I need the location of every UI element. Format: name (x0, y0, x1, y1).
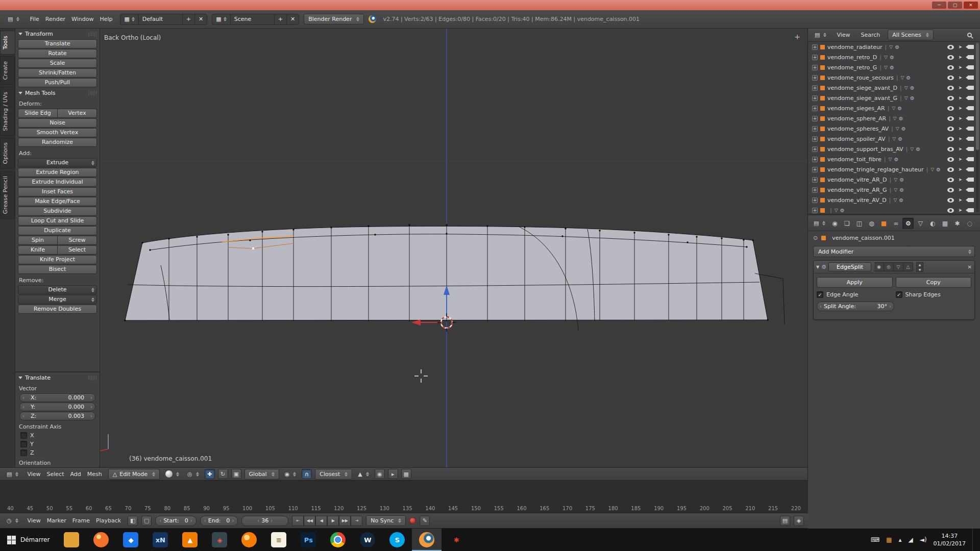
expand-icon[interactable]: + (812, 95, 818, 101)
render-camera-icon[interactable] (968, 208, 974, 212)
expand-icon[interactable]: + (812, 136, 818, 142)
window-close-button[interactable]: ✕ (964, 2, 978, 9)
render-camera-icon[interactable] (968, 167, 974, 171)
proportional-editing-dropdown[interactable]: ◉ (282, 470, 299, 479)
visibility-eye-icon[interactable] (947, 157, 954, 162)
render-camera-icon[interactable] (968, 45, 974, 49)
object-name[interactable]: vendome_sieges_AR (827, 105, 885, 112)
selectability-arrow-icon[interactable]: ➤ (958, 157, 962, 162)
axis-checkbox[interactable] (20, 449, 27, 456)
mesh-data-icon[interactable]: ▽ (892, 136, 896, 141)
wrench-icon[interactable]: ⚙ (895, 44, 899, 50)
outliner-row[interactable]: + vendome_retro_D | ▽ ⚙ ➤ (808, 52, 980, 62)
wrench-icon[interactable]: ⚙ (910, 85, 915, 91)
selectability-arrow-icon[interactable]: ➤ (958, 177, 962, 182)
outliner-scrollbar[interactable] (976, 43, 979, 212)
expand-region-button[interactable]: + (794, 33, 800, 41)
sharp-edges-checkbox[interactable] (896, 291, 902, 298)
tool-button[interactable]: Bisect (18, 265, 97, 274)
xnview-icon[interactable]: xN (145, 529, 175, 551)
scene-name[interactable]: Scene (231, 14, 275, 24)
selectability-arrow-icon[interactable]: ➤ (958, 55, 962, 60)
render-camera-icon[interactable] (968, 157, 974, 161)
outliner-search-menu[interactable]: Search (858, 30, 884, 40)
selectability-arrow-icon[interactable]: ➤ (958, 167, 962, 172)
volume-tray-icon[interactable]: ◄) (920, 536, 927, 543)
expand-icon[interactable]: + (812, 177, 818, 183)
vlc-icon[interactable]: ▲ (175, 529, 205, 551)
render-engine-dropdown[interactable]: Blender Render (304, 14, 364, 24)
wrench-icon[interactable]: ⚙ (910, 95, 915, 101)
outliner-row[interactable]: + vendome_vitre_AV_D | ▽ ⚙ ➤ (808, 195, 980, 205)
outliner-row[interactable]: + vendome_support_bras_AV | ▽ ⚙ ➤ (808, 144, 980, 154)
render-camera-icon[interactable] (968, 188, 974, 192)
menu-item[interactable]: View (24, 516, 44, 525)
layout-browse-icon[interactable]: ▦ (120, 14, 138, 24)
outliner-row[interactable]: + | ▽ ⚙ ➤ (808, 205, 980, 215)
tool-button[interactable]: Randomize (18, 138, 97, 147)
editor-type-icon[interactable]: ▤ (4, 470, 21, 479)
object-name[interactable]: vendome_vitre_AV_D (827, 197, 887, 204)
frame-lock-toggle[interactable]: ▢ (141, 516, 152, 526)
selectability-arrow-icon[interactable]: ➤ (958, 65, 962, 70)
selectability-arrow-icon[interactable]: ➤ (958, 197, 962, 203)
taskbar-clock[interactable]: 14:37 01/02/2017 (934, 532, 966, 547)
wiki-app-icon[interactable]: W (353, 529, 382, 551)
outliner-row[interactable]: + vendome_siege_avant_D | ▽ ⚙ ➤ (808, 83, 980, 93)
render-camera-icon[interactable] (968, 116, 974, 120)
expand-icon[interactable]: + (812, 44, 818, 50)
transform-panel-header[interactable]: Transform (15, 29, 100, 39)
expand-icon[interactable]: + (812, 75, 818, 81)
object-name[interactable]: vendome_vitre_AR_D (827, 177, 887, 183)
mesh-data-icon[interactable]: ▽ (910, 146, 914, 152)
layout-add-button[interactable]: + (183, 14, 195, 24)
jump-to-start-button[interactable]: ⇤ (292, 516, 304, 526)
tool-button[interactable]: Knife (18, 245, 58, 255)
render-camera-icon[interactable] (968, 106, 974, 110)
visibility-eye-icon[interactable] (947, 45, 954, 49)
scene-add-button[interactable]: + (275, 14, 287, 24)
menu-item[interactable]: Mesh (84, 469, 105, 479)
expand-icon[interactable]: + (812, 187, 818, 193)
av-sync-icon[interactable]: ◈ (794, 516, 804, 526)
tool-shelf-tab[interactable]: Create (0, 56, 15, 85)
expand-icon[interactable]: + (812, 167, 818, 172)
object-name[interactable]: vendome_spoiler_AV (827, 136, 886, 142)
mode-dropdown[interactable]: △Edit Mode (108, 469, 160, 480)
constraints-tab[interactable]: ∞ (890, 218, 901, 229)
render-camera-icon[interactable] (968, 198, 974, 202)
render-camera-icon[interactable] (968, 147, 974, 151)
media-app-icon[interactable]: ◈ (205, 529, 234, 551)
snap-element-dropdown[interactable]: ▲ (355, 470, 371, 479)
outliner-row[interactable]: + vendome_roue_secours | ▽ ⚙ ➤ (808, 72, 980, 83)
editor-type-icon[interactable]: ▤ (5, 15, 22, 23)
expand-icon[interactable]: + (812, 126, 818, 132)
copy-button[interactable]: Copy (896, 277, 972, 288)
mesh-data-icon[interactable]: ▽ (892, 106, 895, 111)
object-tab[interactable]: ■ (878, 218, 889, 229)
tool-button[interactable]: Duplicate (18, 226, 97, 235)
outliner-row[interactable]: + vendome_vitre_AR_D | ▽ ⚙ ➤ (808, 174, 980, 185)
mesh-data-icon[interactable]: ▽ (893, 116, 897, 121)
tool-button[interactable]: Slide Edg (18, 109, 58, 118)
menu-item[interactable]: Render (42, 14, 68, 24)
blender-icon[interactable] (412, 529, 442, 551)
tool-button[interactable]: Push/Pull (18, 78, 97, 87)
object-name[interactable]: vendome_siege_avant_G (827, 95, 897, 102)
visibility-eye-icon[interactable] (947, 86, 954, 90)
tool-button[interactable]: Scale (18, 59, 97, 68)
jump-to-end-button[interactable]: ⇥ (351, 516, 362, 526)
expand-icon[interactable]: + (812, 116, 818, 121)
outliner-row[interactable]: + vendome_spheres_AV | ▽ ⚙ ➤ (808, 123, 980, 134)
browser-orange-icon[interactable] (86, 529, 116, 551)
world-tab[interactable]: ◍ (866, 218, 877, 229)
render-tab[interactable]: ◉ (829, 218, 840, 229)
menu-item[interactable]: File (27, 14, 42, 24)
selectability-arrow-icon[interactable]: ➤ (958, 126, 962, 131)
wrench-icon[interactable]: ⚙ (894, 157, 898, 162)
viewport-3d[interactable]: Back Ortho (Local) (36) vendome_caisson.… (0, 29, 808, 480)
selectability-arrow-icon[interactable]: ➤ (958, 85, 962, 90)
menu-item[interactable]: Help (96, 14, 115, 24)
tool-shelf-tab[interactable]: Grease Pencil (0, 171, 15, 219)
play-button[interactable]: ▶ (327, 516, 339, 526)
